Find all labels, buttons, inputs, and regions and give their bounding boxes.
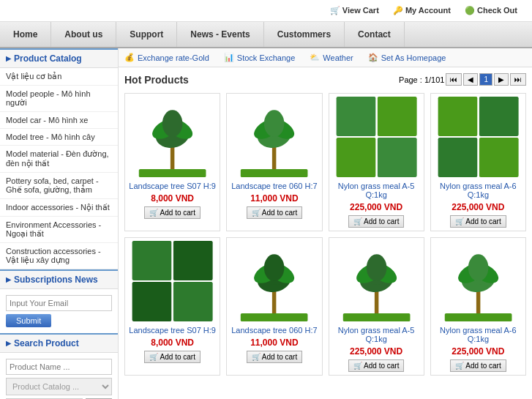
svg-rect-17: [377, 138, 416, 177]
product-price: 225,000 VND: [434, 346, 522, 357]
add-to-cart-button[interactable]: 🛒 Add to cart: [144, 351, 201, 363]
top-bar: 🛒 View Cart 🔑 My Account 🟢 Check Out: [0, 0, 532, 22]
sidebar-product-link[interactable]: Model tree - Mô hình cây: [0, 129, 118, 146]
sidebar-product-link[interactable]: Pottery sofa, bed, carpet - Ghế sofa, gi…: [0, 173, 118, 199]
quick-link[interactable]: 🏠 Set As Homepage: [368, 53, 446, 62]
checkout-link[interactable]: 🟢 Check Out: [465, 6, 517, 15]
product-price: 11,000 VND: [230, 338, 318, 348]
quick-links-bar: 💰 Exchange rate-Gold📊 Stock Exchange⛅ We…: [119, 48, 532, 67]
add-to-cart-button[interactable]: 🛒 Add to cart: [348, 359, 405, 372]
product-image: [230, 241, 318, 321]
current-page-button[interactable]: 1: [479, 73, 492, 86]
quick-link[interactable]: 💰 Exchange rate-Gold: [124, 53, 209, 62]
submit-email-button[interactable]: Submit: [6, 314, 51, 327]
hot-products-title: Hot Products: [124, 74, 189, 86]
nav-item[interactable]: Contact: [345, 22, 405, 47]
nav-item[interactable]: News - Events: [177, 22, 263, 47]
product-name[interactable]: Landscape tree 060 H:7: [230, 182, 318, 190]
my-account-link[interactable]: 🔑 My Account: [393, 6, 453, 15]
search-name-input[interactable]: [6, 359, 112, 375]
product-image: [128, 97, 217, 177]
chart-icon: 📊: [224, 53, 234, 62]
sidebar-product-link[interactable]: Model car - Mô hình xe: [0, 112, 118, 129]
product-name[interactable]: Landscape tree S07 H:9: [128, 326, 217, 335]
svg-rect-23: [479, 138, 518, 177]
product-card: Nylon grass meal A-6 Q:1kg225,000 VND🛒 A…: [430, 237, 526, 376]
product-card: Nylon grass meal A-6 Q:1kg225,000 VND🛒 A…: [430, 93, 526, 231]
add-to-cart-button[interactable]: 🛒 Add to cart: [450, 215, 506, 228]
sidebar: Product Catalog Vật liệu cơ bảnModel peo…: [0, 48, 119, 399]
email-subscription-box: Submit: [0, 289, 118, 333]
main-layout: Product Catalog Vật liệu cơ bảnModel peo…: [0, 48, 532, 399]
sidebar-product-link[interactable]: Model people - Mô hình người: [0, 86, 118, 112]
home-icon: 🏠: [368, 53, 378, 62]
product-name[interactable]: Nylon grass meal A-5 Q:1kg: [332, 182, 421, 199]
pagination-text: Page : 1/101: [399, 75, 444, 84]
product-price: 8,000 VND: [128, 193, 217, 204]
svg-rect-13: [241, 169, 308, 177]
svg-rect-22: [438, 138, 477, 177]
product-grid: Landscape tree S07 H:98,000 VND🛒 Add to …: [124, 93, 526, 376]
nav-item[interactable]: Custommers: [264, 22, 345, 47]
svg-point-12: [264, 110, 285, 137]
svg-point-44: [366, 254, 386, 281]
product-price: 8,000 VND: [128, 338, 217, 348]
svg-rect-14: [336, 97, 375, 136]
sidebar-product-link[interactable]: Model material - Đèn đường, đèn nội thất: [0, 146, 118, 173]
product-card: Landscape tree S07 H:98,000 VND🛒 Add to …: [124, 93, 220, 231]
svg-rect-29: [173, 282, 213, 321]
product-image: [332, 97, 421, 177]
product-name[interactable]: Nylon grass meal A-5 Q:1kg: [332, 326, 421, 343]
product-image: [434, 241, 522, 321]
product-price: 225,000 VND: [332, 346, 421, 357]
next-page-button[interactable]: ▶: [494, 73, 509, 86]
quick-link[interactable]: ⛅ Weather: [310, 53, 353, 62]
product-name[interactable]: Landscape tree S07 H:9: [128, 182, 217, 190]
subscriptions-section: Subscriptions News: [0, 269, 118, 289]
add-to-cart-button[interactable]: 🛒 Add to cart: [144, 206, 201, 219]
weather-icon: ⛅: [310, 53, 320, 62]
sidebar-product-link[interactable]: Environment Accessories - Ngoại thất: [0, 217, 118, 243]
svg-rect-52: [445, 313, 512, 321]
product-image: [230, 97, 318, 177]
email-input[interactable]: [6, 295, 112, 311]
quick-link[interactable]: 📊 Stock Exchange: [224, 53, 296, 62]
nav-item[interactable]: Support: [116, 22, 177, 47]
checkout-icon: 🟢: [465, 6, 475, 15]
product-name[interactable]: Nylon grass meal A-6 Q:1kg: [434, 326, 522, 343]
product-price: 225,000 VND: [434, 202, 522, 212]
prev-page-button[interactable]: ◀: [463, 73, 478, 86]
product-name[interactable]: Landscape tree 060 H:7: [230, 326, 318, 335]
nav-item[interactable]: About us: [51, 22, 116, 47]
sidebar-product-link[interactable]: Vật liệu cơ bản: [0, 68, 118, 86]
add-to-cart-button[interactable]: 🛒 Add to cart: [247, 351, 303, 363]
products-area: Hot Products Page : 1/101 ⏮ ◀ 1 ▶ ⏭ Land…: [119, 67, 532, 381]
pagination: Page : 1/101 ⏮ ◀ 1 ▶ ⏭: [399, 73, 526, 86]
svg-rect-6: [139, 169, 206, 177]
last-page-button[interactable]: ⏭: [510, 73, 526, 86]
add-to-cart-button[interactable]: 🛒 Add to cart: [450, 359, 506, 372]
product-card: Landscape tree 060 H:711,000 VND🛒 Add to…: [226, 237, 322, 376]
cart-icon: 🛒: [330, 6, 340, 15]
first-page-button[interactable]: ⏮: [446, 73, 462, 86]
product-name[interactable]: Nylon grass meal A-6 Q:1kg: [434, 182, 522, 199]
svg-point-51: [468, 254, 489, 281]
sidebar-product-link[interactable]: Indoor accessories - Nội thất: [0, 199, 118, 217]
main-nav: HomeAbout usSupportNews - EventsCustomme…: [0, 22, 532, 48]
svg-rect-45: [342, 313, 410, 321]
search-catalog-select[interactable]: Product Catalog ...: [6, 378, 112, 395]
nav-item[interactable]: Home: [0, 22, 51, 47]
product-price: 225,000 VND: [332, 202, 421, 212]
svg-rect-20: [438, 97, 477, 136]
svg-point-5: [162, 110, 183, 137]
view-cart-link[interactable]: 🛒 View Cart: [330, 6, 381, 15]
add-to-cart-button[interactable]: 🛒 Add to cart: [247, 206, 303, 219]
product-card: Landscape tree S07 H:98,000 VND🛒 Add to …: [124, 237, 220, 376]
account-icon: 🔑: [393, 6, 403, 15]
svg-rect-26: [132, 241, 172, 280]
svg-rect-16: [336, 138, 375, 177]
sidebar-product-link[interactable]: Construction accessories - Vật liệu xây …: [0, 243, 118, 269]
svg-rect-28: [132, 282, 172, 321]
add-to-cart-button[interactable]: 🛒 Add to cart: [348, 215, 405, 228]
svg-rect-27: [173, 241, 213, 280]
